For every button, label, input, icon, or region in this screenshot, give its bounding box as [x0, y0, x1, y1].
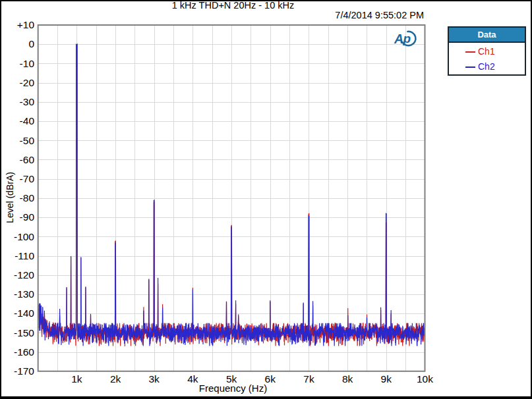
- svg-text:A: A: [394, 32, 403, 46]
